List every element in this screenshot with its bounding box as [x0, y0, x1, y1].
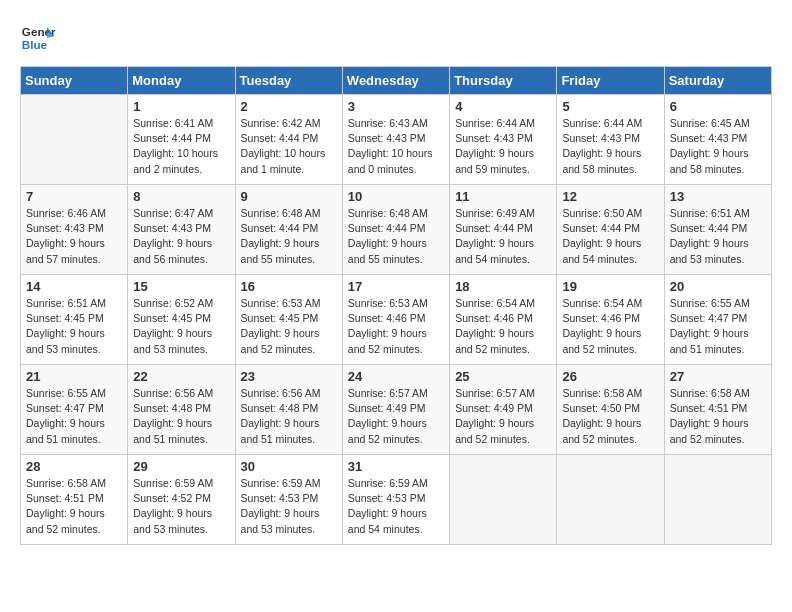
week-row-3: 14Sunrise: 6:51 AM Sunset: 4:45 PM Dayli…	[21, 275, 772, 365]
day-info: Sunrise: 6:56 AM Sunset: 4:48 PM Dayligh…	[133, 386, 229, 447]
day-info: Sunrise: 6:51 AM Sunset: 4:44 PM Dayligh…	[670, 206, 766, 267]
day-info: Sunrise: 6:49 AM Sunset: 4:44 PM Dayligh…	[455, 206, 551, 267]
calendar-cell: 31Sunrise: 6:59 AM Sunset: 4:53 PM Dayli…	[342, 455, 449, 545]
day-info: Sunrise: 6:50 AM Sunset: 4:44 PM Dayligh…	[562, 206, 658, 267]
day-info: Sunrise: 6:41 AM Sunset: 4:44 PM Dayligh…	[133, 116, 229, 177]
day-info: Sunrise: 6:42 AM Sunset: 4:44 PM Dayligh…	[241, 116, 337, 177]
calendar-cell	[21, 95, 128, 185]
day-number: 9	[241, 189, 337, 204]
day-number: 29	[133, 459, 229, 474]
day-info: Sunrise: 6:45 AM Sunset: 4:43 PM Dayligh…	[670, 116, 766, 177]
day-number: 4	[455, 99, 551, 114]
calendar-cell: 5Sunrise: 6:44 AM Sunset: 4:43 PM Daylig…	[557, 95, 664, 185]
day-number: 10	[348, 189, 444, 204]
day-info: Sunrise: 6:56 AM Sunset: 4:48 PM Dayligh…	[241, 386, 337, 447]
week-row-5: 28Sunrise: 6:58 AM Sunset: 4:51 PM Dayli…	[21, 455, 772, 545]
day-number: 23	[241, 369, 337, 384]
day-number: 5	[562, 99, 658, 114]
logo-icon: General Blue	[20, 20, 56, 56]
day-info: Sunrise: 6:57 AM Sunset: 4:49 PM Dayligh…	[455, 386, 551, 447]
day-number: 13	[670, 189, 766, 204]
day-info: Sunrise: 6:53 AM Sunset: 4:46 PM Dayligh…	[348, 296, 444, 357]
day-info: Sunrise: 6:54 AM Sunset: 4:46 PM Dayligh…	[455, 296, 551, 357]
calendar-cell: 1Sunrise: 6:41 AM Sunset: 4:44 PM Daylig…	[128, 95, 235, 185]
day-info: Sunrise: 6:44 AM Sunset: 4:43 PM Dayligh…	[455, 116, 551, 177]
day-info: Sunrise: 6:58 AM Sunset: 4:51 PM Dayligh…	[670, 386, 766, 447]
calendar-cell: 26Sunrise: 6:58 AM Sunset: 4:50 PM Dayli…	[557, 365, 664, 455]
calendar-cell: 20Sunrise: 6:55 AM Sunset: 4:47 PM Dayli…	[664, 275, 771, 365]
day-header-wednesday: Wednesday	[342, 67, 449, 95]
calendar-cell: 27Sunrise: 6:58 AM Sunset: 4:51 PM Dayli…	[664, 365, 771, 455]
calendar-cell: 15Sunrise: 6:52 AM Sunset: 4:45 PM Dayli…	[128, 275, 235, 365]
calendar-cell: 17Sunrise: 6:53 AM Sunset: 4:46 PM Dayli…	[342, 275, 449, 365]
day-number: 26	[562, 369, 658, 384]
day-header-friday: Friday	[557, 67, 664, 95]
day-number: 21	[26, 369, 122, 384]
calendar-cell: 14Sunrise: 6:51 AM Sunset: 4:45 PM Dayli…	[21, 275, 128, 365]
week-row-4: 21Sunrise: 6:55 AM Sunset: 4:47 PM Dayli…	[21, 365, 772, 455]
calendar-cell	[450, 455, 557, 545]
day-header-saturday: Saturday	[664, 67, 771, 95]
week-row-1: 1Sunrise: 6:41 AM Sunset: 4:44 PM Daylig…	[21, 95, 772, 185]
day-info: Sunrise: 6:47 AM Sunset: 4:43 PM Dayligh…	[133, 206, 229, 267]
day-info: Sunrise: 6:53 AM Sunset: 4:45 PM Dayligh…	[241, 296, 337, 357]
day-info: Sunrise: 6:57 AM Sunset: 4:49 PM Dayligh…	[348, 386, 444, 447]
day-number: 28	[26, 459, 122, 474]
calendar-body: 1Sunrise: 6:41 AM Sunset: 4:44 PM Daylig…	[21, 95, 772, 545]
calendar-cell: 9Sunrise: 6:48 AM Sunset: 4:44 PM Daylig…	[235, 185, 342, 275]
day-number: 20	[670, 279, 766, 294]
calendar-table: SundayMondayTuesdayWednesdayThursdayFrid…	[20, 66, 772, 545]
day-info: Sunrise: 6:46 AM Sunset: 4:43 PM Dayligh…	[26, 206, 122, 267]
day-info: Sunrise: 6:52 AM Sunset: 4:45 PM Dayligh…	[133, 296, 229, 357]
calendar-cell: 18Sunrise: 6:54 AM Sunset: 4:46 PM Dayli…	[450, 275, 557, 365]
calendar-cell: 12Sunrise: 6:50 AM Sunset: 4:44 PM Dayli…	[557, 185, 664, 275]
week-row-2: 7Sunrise: 6:46 AM Sunset: 4:43 PM Daylig…	[21, 185, 772, 275]
calendar-cell: 30Sunrise: 6:59 AM Sunset: 4:53 PM Dayli…	[235, 455, 342, 545]
day-header-sunday: Sunday	[21, 67, 128, 95]
logo: General Blue	[20, 20, 56, 56]
day-number: 7	[26, 189, 122, 204]
day-number: 8	[133, 189, 229, 204]
day-info: Sunrise: 6:48 AM Sunset: 4:44 PM Dayligh…	[241, 206, 337, 267]
day-info: Sunrise: 6:58 AM Sunset: 4:50 PM Dayligh…	[562, 386, 658, 447]
day-number: 3	[348, 99, 444, 114]
day-number: 16	[241, 279, 337, 294]
calendar-cell: 2Sunrise: 6:42 AM Sunset: 4:44 PM Daylig…	[235, 95, 342, 185]
day-info: Sunrise: 6:43 AM Sunset: 4:43 PM Dayligh…	[348, 116, 444, 177]
day-number: 30	[241, 459, 337, 474]
day-number: 12	[562, 189, 658, 204]
day-info: Sunrise: 6:58 AM Sunset: 4:51 PM Dayligh…	[26, 476, 122, 537]
calendar-cell: 3Sunrise: 6:43 AM Sunset: 4:43 PM Daylig…	[342, 95, 449, 185]
day-number: 15	[133, 279, 229, 294]
day-number: 14	[26, 279, 122, 294]
day-info: Sunrise: 6:59 AM Sunset: 4:53 PM Dayligh…	[241, 476, 337, 537]
day-info: Sunrise: 6:59 AM Sunset: 4:52 PM Dayligh…	[133, 476, 229, 537]
day-header-tuesday: Tuesday	[235, 67, 342, 95]
day-header-monday: Monday	[128, 67, 235, 95]
calendar-cell: 24Sunrise: 6:57 AM Sunset: 4:49 PM Dayli…	[342, 365, 449, 455]
calendar-cell: 19Sunrise: 6:54 AM Sunset: 4:46 PM Dayli…	[557, 275, 664, 365]
day-number: 1	[133, 99, 229, 114]
day-info: Sunrise: 6:44 AM Sunset: 4:43 PM Dayligh…	[562, 116, 658, 177]
calendar-cell: 8Sunrise: 6:47 AM Sunset: 4:43 PM Daylig…	[128, 185, 235, 275]
calendar-cell: 7Sunrise: 6:46 AM Sunset: 4:43 PM Daylig…	[21, 185, 128, 275]
day-info: Sunrise: 6:51 AM Sunset: 4:45 PM Dayligh…	[26, 296, 122, 357]
calendar-cell: 25Sunrise: 6:57 AM Sunset: 4:49 PM Dayli…	[450, 365, 557, 455]
calendar-cell: 13Sunrise: 6:51 AM Sunset: 4:44 PM Dayli…	[664, 185, 771, 275]
day-number: 18	[455, 279, 551, 294]
day-number: 25	[455, 369, 551, 384]
day-number: 24	[348, 369, 444, 384]
day-number: 31	[348, 459, 444, 474]
day-number: 11	[455, 189, 551, 204]
day-info: Sunrise: 6:55 AM Sunset: 4:47 PM Dayligh…	[26, 386, 122, 447]
day-info: Sunrise: 6:55 AM Sunset: 4:47 PM Dayligh…	[670, 296, 766, 357]
day-header-thursday: Thursday	[450, 67, 557, 95]
day-info: Sunrise: 6:59 AM Sunset: 4:53 PM Dayligh…	[348, 476, 444, 537]
calendar-cell: 4Sunrise: 6:44 AM Sunset: 4:43 PM Daylig…	[450, 95, 557, 185]
calendar-cell: 22Sunrise: 6:56 AM Sunset: 4:48 PM Dayli…	[128, 365, 235, 455]
calendar-cell	[557, 455, 664, 545]
day-number: 22	[133, 369, 229, 384]
calendar-cell: 6Sunrise: 6:45 AM Sunset: 4:43 PM Daylig…	[664, 95, 771, 185]
calendar-cell	[664, 455, 771, 545]
calendar-cell: 10Sunrise: 6:48 AM Sunset: 4:44 PM Dayli…	[342, 185, 449, 275]
